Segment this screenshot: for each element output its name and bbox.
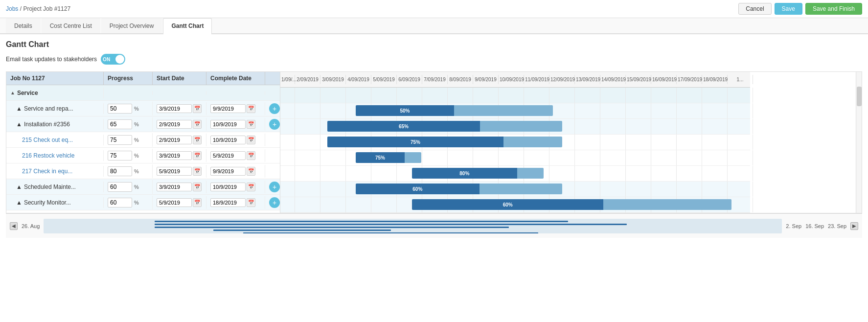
save-finish-button[interactable]: Save and Finish <box>805 3 862 15</box>
save-button[interactable]: Save <box>775 3 802 15</box>
progress-cell: % <box>108 119 148 129</box>
email-toggle[interactable]: ON <box>101 54 125 65</box>
mini-nav-left[interactable]: ◀ <box>10 222 18 230</box>
start-container: 📅 <box>153 102 206 115</box>
collapse-icon[interactable]: ▲ <box>16 121 22 128</box>
grid-col <box>600 182 626 197</box>
end-date-input[interactable] <box>210 120 246 129</box>
task-link[interactable]: 215 Check out eq... <box>22 137 73 143</box>
progress-input[interactable] <box>108 119 132 129</box>
start-date-input[interactable] <box>157 136 192 144</box>
end-date-input[interactable] <box>210 198 246 207</box>
start-date-cell: 📅 <box>157 167 202 176</box>
progress-container: % <box>104 180 153 194</box>
grid-col <box>549 166 575 181</box>
end-cal-icon[interactable]: 📅 <box>247 198 255 207</box>
grid-col <box>702 150 728 165</box>
add-button[interactable]: + <box>269 197 280 208</box>
start-cal-icon[interactable]: 📅 <box>193 136 202 144</box>
start-date-input[interactable] <box>157 198 192 207</box>
grid-col <box>295 166 320 181</box>
date-header-col: 11/09/2019 <box>524 75 549 84</box>
start-cal-icon[interactable]: 📅 <box>193 104 202 113</box>
add-button[interactable]: + <box>269 119 280 130</box>
collapse-icon[interactable]: ▲ <box>16 105 22 112</box>
progress-input[interactable] <box>108 151 132 161</box>
end-container: 📅 <box>206 165 265 178</box>
end-date-input[interactable] <box>210 183 246 191</box>
progress-input[interactable] <box>108 182 132 192</box>
grid-col <box>728 150 753 165</box>
grid-col <box>473 150 499 165</box>
grid-col <box>320 150 346 165</box>
grid-col <box>397 88 422 103</box>
task-link[interactable]: 216 Restock vehicle <box>22 152 74 159</box>
grid-col <box>549 88 575 103</box>
progress-input[interactable] <box>108 166 132 176</box>
collapse-icon[interactable]: ▲ <box>16 199 22 206</box>
tab-gantt-chart[interactable]: Gantt Chart <box>163 18 212 34</box>
tab-cost-centre-list[interactable]: Cost Centre List <box>42 18 100 33</box>
start-cal-icon[interactable]: 📅 <box>193 120 202 129</box>
scrollbar-area[interactable] <box>856 72 862 213</box>
row-name: Service and repa... <box>24 105 73 112</box>
grid-col <box>600 150 626 165</box>
progress-cell: % <box>108 182 148 192</box>
tab-project-overview[interactable]: Project Overview <box>101 18 162 33</box>
end-date-input[interactable] <box>210 104 246 113</box>
add-button[interactable]: + <box>269 103 280 114</box>
start-cal-icon[interactable]: 📅 <box>193 167 202 176</box>
grid-col <box>626 166 651 181</box>
start-date-input[interactable] <box>157 120 192 129</box>
progress-input[interactable] <box>108 198 132 207</box>
grid-col <box>600 166 626 181</box>
gantt-bar: 60% <box>412 199 731 210</box>
end-date-input[interactable] <box>210 167 246 176</box>
grid-col <box>280 182 295 197</box>
grid-col <box>728 103 753 118</box>
end-container: 📅 <box>206 102 265 115</box>
grid-col <box>651 182 677 197</box>
end-cal-icon[interactable]: 📅 <box>247 104 255 113</box>
start-date-input[interactable] <box>157 183 192 191</box>
grid-col <box>600 103 626 118</box>
end-cal-icon[interactable]: 📅 <box>247 167 255 176</box>
grid-col <box>626 182 651 197</box>
grid-col <box>280 135 295 150</box>
end-cal-icon[interactable]: 📅 <box>247 120 255 129</box>
end-date-input[interactable] <box>210 151 246 160</box>
start-date-input[interactable] <box>157 151 192 160</box>
collapse-icon[interactable]: ▲ <box>10 90 15 95</box>
start-date-input[interactable] <box>157 167 192 176</box>
grid-col <box>371 166 397 181</box>
tab-details[interactable]: Details <box>6 18 41 33</box>
jobs-link[interactable]: Jobs <box>6 5 18 12</box>
mini-bar-2 <box>155 224 627 225</box>
progress-container <box>104 91 153 95</box>
task-link[interactable]: 217 Check in equ... <box>22 168 72 175</box>
grid-col <box>600 88 626 103</box>
pct-label: % <box>134 200 139 206</box>
add-container: + <box>265 117 280 132</box>
start-date-cell: 📅 <box>157 151 202 160</box>
start-cal-icon[interactable]: 📅 <box>193 198 202 207</box>
mini-nav-right[interactable]: ▶ <box>850 222 858 230</box>
table-row: ▲ Security Monitor... % 📅 📅 + <box>6 195 280 210</box>
scrollbar-thumb[interactable] <box>857 87 862 106</box>
date-header-col: 6/09/2019 <box>397 75 422 84</box>
add-button[interactable]: + <box>269 182 280 192</box>
cancel-button[interactable]: Cancel <box>738 3 771 15</box>
gantt-row <box>280 88 750 103</box>
right-panel: 1/09/...2/09/20193/09/20194/09/20195/09/… <box>280 72 856 213</box>
progress-input[interactable] <box>108 104 132 114</box>
collapse-icon[interactable]: ▲ <box>16 184 22 190</box>
start-cal-icon[interactable]: 📅 <box>193 183 202 191</box>
end-cal-icon[interactable]: 📅 <box>247 136 255 144</box>
end-date-input[interactable] <box>210 136 246 144</box>
progress-input[interactable] <box>108 135 132 145</box>
start-date-input[interactable] <box>157 104 192 113</box>
end-cal-icon[interactable]: 📅 <box>247 183 255 191</box>
end-cal-icon[interactable]: 📅 <box>247 151 255 160</box>
page-title: Gantt Chart <box>6 40 862 49</box>
start-cal-icon[interactable]: 📅 <box>193 151 202 160</box>
